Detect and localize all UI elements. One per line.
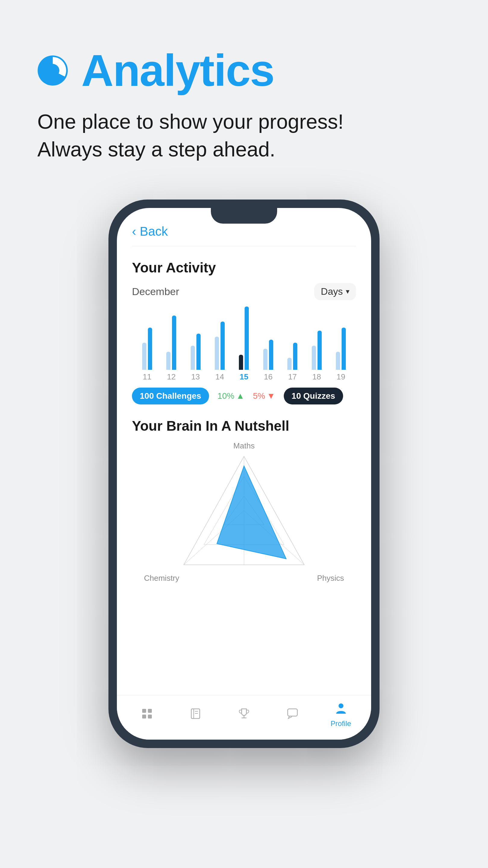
phone-screen: ‹ Back Your Activity December Days ▾ bbox=[117, 208, 371, 740]
svg-point-20 bbox=[338, 704, 344, 708]
svg-rect-9 bbox=[142, 709, 146, 713]
svg-marker-8 bbox=[217, 466, 286, 559]
bar bbox=[341, 328, 346, 370]
back-chevron-icon: ‹ bbox=[132, 224, 136, 239]
hero-subtitle: One place to show your progress! Always … bbox=[36, 108, 452, 163]
bar-day-label: 18 bbox=[313, 372, 321, 381]
nav-item-profile[interactable]: Profile bbox=[317, 700, 365, 728]
bar bbox=[245, 307, 249, 370]
bar bbox=[196, 334, 201, 370]
phone-notch bbox=[211, 208, 277, 224]
brain-section: Your Brain In A Nutshell Maths bbox=[132, 418, 356, 592]
book-icon bbox=[187, 705, 204, 722]
hero-section: Analytics One place to show your progres… bbox=[0, 0, 488, 181]
home-icon bbox=[138, 705, 156, 722]
bar-group-18: 18 bbox=[304, 331, 329, 381]
arrow-down-icon: ▼ bbox=[267, 391, 275, 401]
bar-group-17: 17 bbox=[281, 343, 304, 381]
bar-group-12: 12 bbox=[159, 315, 183, 381]
bar-col bbox=[336, 328, 346, 370]
bar-day-label: 14 bbox=[216, 372, 224, 381]
bar-group-16: 16 bbox=[256, 340, 280, 381]
bar bbox=[269, 340, 273, 370]
bar bbox=[336, 352, 340, 370]
bar-col bbox=[263, 340, 273, 370]
bar-group-11: 11 bbox=[135, 328, 159, 381]
bar bbox=[172, 315, 176, 370]
bar-day-label: 11 bbox=[143, 372, 152, 381]
svg-rect-12 bbox=[148, 715, 152, 718]
chat-icon bbox=[284, 705, 301, 722]
radar-label-physics: Physics bbox=[317, 574, 344, 583]
profile-nav-label: Profile bbox=[331, 719, 351, 728]
bar-col bbox=[312, 331, 322, 370]
activity-header: December Days ▾ bbox=[132, 283, 356, 300]
bar bbox=[221, 321, 225, 370]
quizzes-badge: 10 Quizzes bbox=[284, 388, 343, 404]
challenges-badge: 100 Challenges bbox=[132, 388, 209, 404]
bar bbox=[318, 331, 322, 370]
bar bbox=[239, 355, 243, 370]
radar-label-chemistry: Chemistry bbox=[144, 574, 179, 583]
analytics-icon bbox=[36, 54, 69, 87]
nav-item-home[interactable] bbox=[123, 705, 171, 722]
bar-day-label-active: 15 bbox=[240, 372, 249, 381]
radar-svg bbox=[178, 450, 310, 577]
bar bbox=[191, 346, 195, 370]
bar-day-label: 16 bbox=[264, 372, 272, 381]
bar bbox=[148, 328, 152, 370]
bar-day-label: 12 bbox=[167, 372, 175, 381]
nav-item-chat[interactable] bbox=[268, 705, 317, 722]
phone-wrapper: ‹ Back Your Activity December Days ▾ bbox=[0, 181, 488, 778]
stat-green: 10% ▲ bbox=[218, 391, 245, 401]
bar-col bbox=[287, 343, 297, 370]
bar-col bbox=[191, 334, 201, 370]
bottom-nav: Profile bbox=[117, 695, 371, 740]
screen-content: ‹ Back Your Activity December Days ▾ bbox=[117, 208, 371, 740]
days-label: Days bbox=[321, 286, 343, 297]
stats-row: 100 Challenges 10% ▲ 5% ▼ 10 Quizzes bbox=[132, 388, 356, 404]
bar-group-13: 13 bbox=[184, 334, 207, 381]
bar-day-label: 13 bbox=[191, 372, 200, 381]
hero-title-row: Analytics bbox=[36, 48, 452, 93]
chevron-down-icon: ▾ bbox=[346, 287, 350, 296]
activity-bar-chart: 11 12 bbox=[132, 309, 356, 381]
bar-col bbox=[166, 315, 176, 370]
nav-item-trophy[interactable] bbox=[220, 705, 268, 722]
scroll-area: Your Activity December Days ▾ bbox=[117, 246, 371, 695]
bar-group-19: 19 bbox=[329, 328, 353, 381]
page-title: Analytics bbox=[82, 48, 274, 93]
radar-label-maths: Maths bbox=[233, 441, 255, 451]
arrow-up-icon: ▲ bbox=[236, 391, 245, 401]
svg-rect-10 bbox=[142, 715, 146, 718]
bar-col bbox=[239, 307, 249, 370]
bar bbox=[166, 352, 170, 370]
bar-day-label: 19 bbox=[336, 372, 345, 381]
trophy-icon bbox=[235, 705, 253, 722]
activity-title: Your Activity bbox=[132, 259, 356, 276]
bar bbox=[287, 358, 292, 370]
bar-day-label: 17 bbox=[288, 372, 297, 381]
phone-device: ‹ Back Your Activity December Days ▾ bbox=[108, 199, 380, 748]
profile-icon bbox=[332, 700, 350, 717]
nav-item-book[interactable] bbox=[171, 705, 220, 722]
stat-red: 5% ▼ bbox=[253, 391, 275, 401]
brain-title: Your Brain In A Nutshell bbox=[132, 418, 356, 434]
svg-point-1 bbox=[46, 64, 59, 77]
bar-group-15: 15 bbox=[232, 307, 256, 381]
svg-rect-11 bbox=[148, 709, 152, 713]
bar-col bbox=[142, 328, 152, 370]
bar bbox=[142, 343, 147, 370]
bar bbox=[312, 346, 316, 370]
bar bbox=[263, 349, 267, 370]
radar-chart: Maths bbox=[132, 441, 356, 586]
bar-group-14: 14 bbox=[207, 321, 232, 381]
bar bbox=[215, 337, 219, 370]
svg-rect-19 bbox=[288, 709, 297, 716]
back-label: Back bbox=[140, 224, 168, 239]
bar-col bbox=[215, 321, 225, 370]
month-label: December bbox=[132, 286, 179, 298]
bar bbox=[293, 343, 297, 370]
days-dropdown[interactable]: Days ▾ bbox=[314, 283, 356, 300]
